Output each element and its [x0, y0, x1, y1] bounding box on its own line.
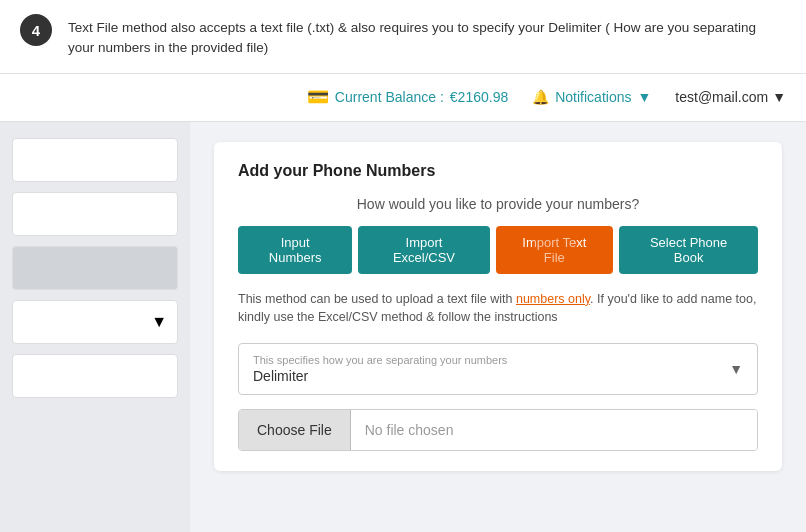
delimiter-select[interactable]: This specifies how you are separating yo… [238, 343, 758, 395]
sidebar-item-5 [12, 354, 178, 398]
notif-chevron-icon: ▼ [637, 89, 651, 105]
step-banner: 4 Text File method also accepts a text f… [0, 0, 806, 74]
sidebar-item-2 [12, 192, 178, 236]
numbers-only-link[interactable]: numbers only [516, 292, 590, 306]
card-title: Add your Phone Numbers [238, 162, 758, 180]
question-text: How would you like to provide your numbe… [238, 196, 758, 212]
notifications-button[interactable]: 🔔 Notifications ▼ [532, 89, 651, 105]
sidebar-item-3 [12, 246, 178, 290]
user-menu[interactable]: test@mail.com ▼ [675, 89, 786, 105]
sidebar-item-1 [12, 138, 178, 182]
delimiter-value: Delimiter [253, 368, 743, 384]
delimiter-placeholder: This specifies how you are separating yo… [253, 354, 743, 366]
sidebar: ▼ [0, 122, 190, 533]
notifications-label: Notifications [555, 89, 631, 105]
file-chooser: Choose File No file chosen [238, 409, 758, 451]
info-text: This method can be used to upload a text… [238, 290, 758, 328]
user-email: test@mail.com [675, 89, 768, 105]
balance-label: Current Balance : [335, 89, 444, 105]
sidebar-item-dropdown[interactable]: ▼ [12, 300, 178, 344]
top-bar: 💳 Current Balance : €2160.98 🔔 Notificat… [0, 74, 806, 122]
file-no-file-label: No file chosen [351, 410, 757, 450]
balance-section: 💳 Current Balance : €2160.98 [307, 86, 508, 108]
step-description: Text File method also accepts a text fil… [68, 14, 786, 59]
method-buttons: Input Numbers Import Excel/CSV Import Te… [238, 226, 758, 274]
bell-icon: 🔔 [532, 89, 549, 105]
input-numbers-button[interactable]: Input Numbers [238, 226, 352, 274]
info-text-before: This method can be used to upload a text… [238, 292, 516, 306]
select-phonebook-button[interactable]: Select Phone Book [619, 226, 758, 274]
user-chevron-icon: ▼ [772, 89, 786, 105]
main-card: Add your Phone Numbers How would you lik… [214, 142, 782, 472]
wallet-icon: 💳 [307, 86, 329, 108]
main-layout: ▼ Add your Phone Numbers How would you l… [0, 122, 806, 533]
dropdown-chevron-icon: ▼ [151, 313, 167, 331]
delimiter-chevron-icon: ▼ [729, 361, 743, 377]
step-number: 4 [20, 14, 52, 46]
content-area: Add your Phone Numbers How would you lik… [190, 122, 806, 533]
choose-file-button[interactable]: Choose File [239, 410, 351, 450]
balance-value: €2160.98 [450, 89, 508, 105]
import-text-button[interactable]: Import Text File [496, 226, 614, 274]
import-excel-button[interactable]: Import Excel/CSV [358, 226, 489, 274]
